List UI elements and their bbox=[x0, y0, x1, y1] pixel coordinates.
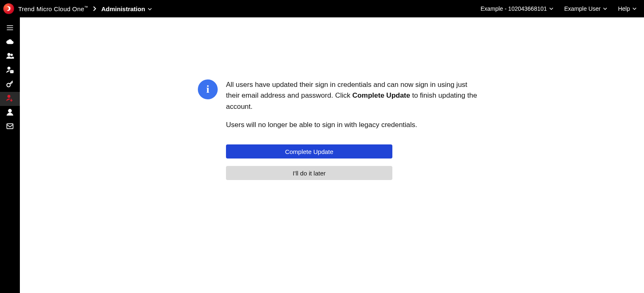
svg-point-2 bbox=[7, 67, 10, 70]
info-icon: i bbox=[198, 79, 218, 99]
users-icon bbox=[6, 52, 14, 62]
cloud-icon bbox=[6, 38, 14, 48]
main-content: i All users have updated their sign in c… bbox=[20, 17, 644, 293]
svg-point-8 bbox=[8, 109, 12, 113]
chevron-down-icon bbox=[632, 5, 637, 12]
sidebar-item-menu[interactable] bbox=[0, 22, 20, 36]
account-label: Example - 102043668101 bbox=[481, 5, 547, 12]
menu-icon bbox=[6, 24, 14, 34]
svg-rect-9 bbox=[7, 124, 13, 129]
sidebar-item-profile[interactable] bbox=[0, 106, 20, 120]
user-dropdown[interactable]: Example User bbox=[564, 5, 607, 12]
account-dropdown[interactable]: Example - 102043668101 bbox=[481, 5, 553, 12]
svg-rect-5 bbox=[12, 71, 13, 72]
chevron-right-icon bbox=[93, 6, 96, 11]
sidebar-item-users[interactable] bbox=[0, 50, 20, 64]
chevron-down-icon bbox=[603, 5, 607, 12]
do-later-button[interactable]: I'll do it later bbox=[226, 166, 392, 180]
user-label: Example User bbox=[564, 5, 601, 12]
svg-point-0 bbox=[7, 53, 10, 56]
notice-actions: Complete Update I'll do it later bbox=[226, 144, 392, 180]
profile-icon bbox=[6, 108, 14, 118]
brand[interactable]: Trend Micro Cloud One™ bbox=[3, 3, 88, 14]
chevron-down-icon bbox=[549, 5, 553, 12]
section-label: Administration bbox=[101, 5, 145, 12]
svg-point-7 bbox=[7, 95, 10, 98]
brand-logo-icon bbox=[3, 3, 14, 14]
complete-update-button[interactable]: Complete Update bbox=[226, 144, 392, 159]
top-bar: Trend Micro Cloud One™ Administration Ex… bbox=[0, 0, 644, 17]
section-dropdown[interactable]: Administration bbox=[101, 5, 152, 12]
user-role-icon bbox=[6, 66, 14, 76]
sidebar bbox=[0, 17, 20, 293]
sidebar-item-cloud[interactable] bbox=[0, 36, 20, 50]
sidebar-item-user-migrate[interactable] bbox=[0, 92, 20, 106]
notice-text: All users have updated their sign in cre… bbox=[226, 79, 479, 130]
svg-rect-4 bbox=[11, 71, 12, 72]
help-dropdown[interactable]: Help bbox=[618, 5, 637, 12]
sidebar-item-mail[interactable] bbox=[0, 120, 20, 134]
mail-icon bbox=[6, 122, 14, 132]
svg-point-1 bbox=[11, 54, 13, 56]
brand-name: Trend Micro Cloud One™ bbox=[18, 5, 88, 12]
user-migrate-icon bbox=[6, 94, 14, 104]
help-label: Help bbox=[618, 5, 630, 12]
key-icon bbox=[6, 80, 14, 90]
update-notice: i All users have updated their sign in c… bbox=[198, 79, 479, 180]
sidebar-item-user-role[interactable] bbox=[0, 64, 20, 78]
sidebar-item-apikeys[interactable] bbox=[0, 78, 20, 92]
chevron-down-icon bbox=[148, 5, 152, 12]
